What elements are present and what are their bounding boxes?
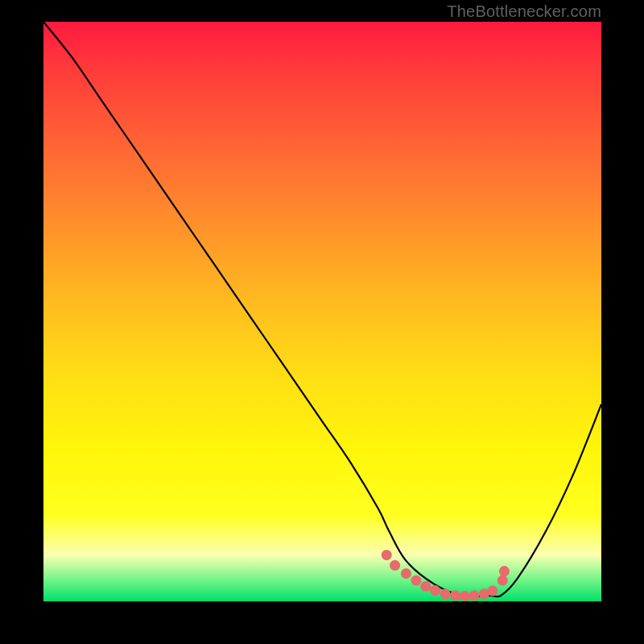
sweet-spot-dot — [460, 591, 470, 601]
sweet-spot-dot — [499, 566, 510, 576]
bottleneck-curve — [43, 22, 601, 597]
sweet-spot-dot — [440, 588, 450, 599]
chart-overlay — [0, 0, 644, 644]
sweet-spot-dot — [450, 590, 460, 601]
sweet-spot-dot — [382, 550, 392, 560]
sweet-spot-dot — [420, 581, 431, 592]
sweet-spot-dot — [469, 590, 479, 601]
sweet-spot-dot — [390, 560, 400, 571]
sweet-spot-dot — [497, 576, 508, 586]
sweet-spot-dot — [430, 585, 440, 596]
sweet-spot-dot — [487, 586, 497, 597]
sweet-spot-dot — [401, 568, 411, 579]
sweet-spot-dot — [411, 576, 421, 586]
chart-canvas: TheBottlenecker.com — [0, 0, 644, 644]
sweet-spot-dots — [382, 550, 510, 601]
